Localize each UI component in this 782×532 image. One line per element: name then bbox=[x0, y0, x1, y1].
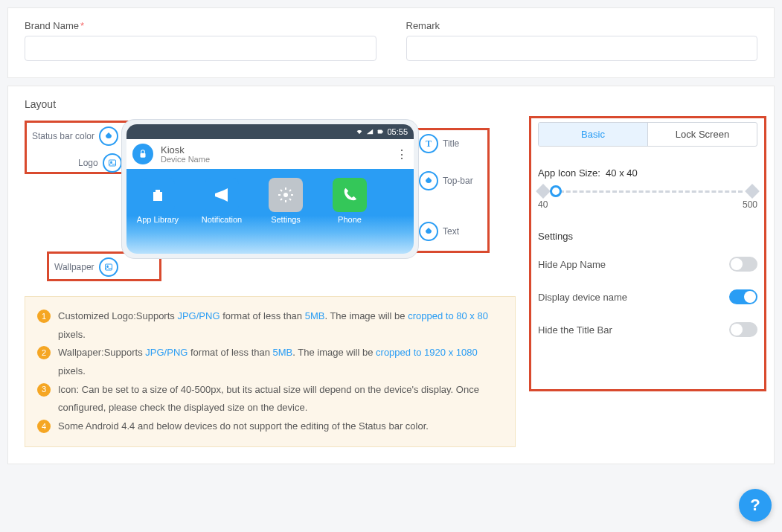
link-jpgpng[interactable]: JPG/PNG bbox=[145, 347, 188, 358]
num-badge: 2 bbox=[37, 346, 51, 359]
icon-size-slider[interactable] bbox=[538, 188, 757, 195]
slider-min-label: 40 bbox=[538, 199, 548, 210]
signal-icon bbox=[366, 128, 374, 135]
mock-app-area: App Library Notification bbox=[126, 169, 414, 254]
dropper-icon bbox=[419, 222, 438, 241]
title-icon: T bbox=[419, 134, 438, 153]
svg-rect-0 bbox=[109, 160, 115, 166]
device-mock: 05:55 Kiosk Device Name ⋮ bbox=[121, 119, 419, 259]
link-crop1920[interactable]: cropped to 1920 x 1080 bbox=[376, 347, 478, 358]
remark-input[interactable] bbox=[406, 36, 758, 61]
num-badge: 3 bbox=[37, 383, 51, 397]
mock-app-tile: App Library bbox=[132, 178, 183, 224]
link-5mb[interactable]: 5MB bbox=[273, 347, 293, 358]
layout-panel: Layout Status bar color Logo bbox=[7, 86, 775, 464]
link-jpgpng[interactable]: JPG/PNG bbox=[177, 310, 219, 321]
brand-name-label: Brand Name* bbox=[25, 20, 376, 31]
remark-label: Remark bbox=[406, 20, 758, 31]
tab-lock-screen[interactable]: Lock Screen bbox=[648, 123, 757, 146]
mock-topbar-text: Kiosk Device Name bbox=[161, 145, 210, 164]
slider-max-cap bbox=[745, 184, 760, 199]
slider-min-cap bbox=[536, 184, 551, 199]
setting-hide-title-bar-label: Hide the Title Bar bbox=[538, 324, 612, 336]
svg-rect-2 bbox=[105, 264, 112, 270]
toggle-display-device-name[interactable] bbox=[729, 289, 757, 304]
setting-display-device-name-label: Display device name bbox=[538, 292, 627, 303]
toggle-hide-app-name[interactable] bbox=[729, 257, 757, 272]
settings-subtitle: Settings bbox=[538, 231, 757, 242]
brand-form-panel: Brand Name* Remark bbox=[7, 7, 775, 78]
image-icon bbox=[103, 153, 122, 173]
dropper-icon bbox=[99, 126, 118, 146]
battery-icon bbox=[376, 128, 384, 135]
mock-status-bar: 05:55 bbox=[126, 124, 414, 139]
wifi-icon bbox=[356, 128, 363, 135]
layout-info-box: 1 Customized Logo:Supports JPG/PNG forma… bbox=[25, 296, 516, 447]
anno-wallpaper[interactable]: Wallpaper bbox=[54, 257, 118, 277]
icon-size-label: App Icon Size: 40 x 40 bbox=[538, 167, 757, 179]
slider-max-label: 500 bbox=[743, 199, 757, 210]
svg-point-7 bbox=[283, 193, 288, 197]
mock-app-tile: Phone bbox=[324, 178, 375, 224]
kebab-icon: ⋮ bbox=[396, 147, 408, 161]
mock-topbar: Kiosk Device Name ⋮ bbox=[126, 139, 414, 169]
mock-app-tile: Notification bbox=[196, 178, 247, 224]
slider-thumb[interactable] bbox=[550, 185, 562, 197]
anno-title[interactable]: T Title bbox=[419, 134, 459, 153]
layout-preview: Status bar color Logo Wallpaper bbox=[25, 119, 516, 259]
settings-tabs: Basic Lock Screen bbox=[538, 122, 757, 147]
anno-status-bar[interactable]: Status bar color bbox=[32, 126, 118, 146]
svg-rect-4 bbox=[378, 130, 382, 134]
svg-rect-6 bbox=[141, 153, 146, 158]
link-5mb[interactable]: 5MB bbox=[305, 310, 325, 321]
mock-clock: 05:55 bbox=[387, 127, 408, 136]
lock-icon bbox=[132, 144, 153, 164]
anno-text[interactable]: Text bbox=[419, 222, 459, 241]
image-icon bbox=[99, 257, 118, 277]
layout-title: Layout bbox=[25, 98, 757, 110]
setting-hide-app-name-label: Hide App Name bbox=[538, 259, 606, 270]
notification-icon bbox=[205, 178, 239, 212]
anno-logo[interactable]: Logo bbox=[78, 153, 122, 173]
tab-basic[interactable]: Basic bbox=[539, 123, 648, 146]
num-badge: 1 bbox=[37, 310, 51, 323]
phone-icon bbox=[333, 178, 367, 212]
brand-name-input[interactable] bbox=[25, 36, 376, 61]
app-library-icon bbox=[141, 178, 175, 212]
anno-topbar[interactable]: Top-bar bbox=[419, 171, 473, 190]
toggle-hide-title-bar[interactable] bbox=[729, 322, 757, 337]
mock-app-tile: Settings bbox=[260, 178, 311, 224]
num-badge: 4 bbox=[37, 420, 51, 433]
settings-icon bbox=[269, 178, 303, 212]
dropper-icon bbox=[419, 171, 438, 190]
link-crop80[interactable]: cropped to 80 x 80 bbox=[408, 310, 488, 321]
settings-column: Basic Lock Screen App Icon Size: 40 x 40… bbox=[538, 122, 757, 346]
svg-rect-5 bbox=[382, 131, 383, 133]
